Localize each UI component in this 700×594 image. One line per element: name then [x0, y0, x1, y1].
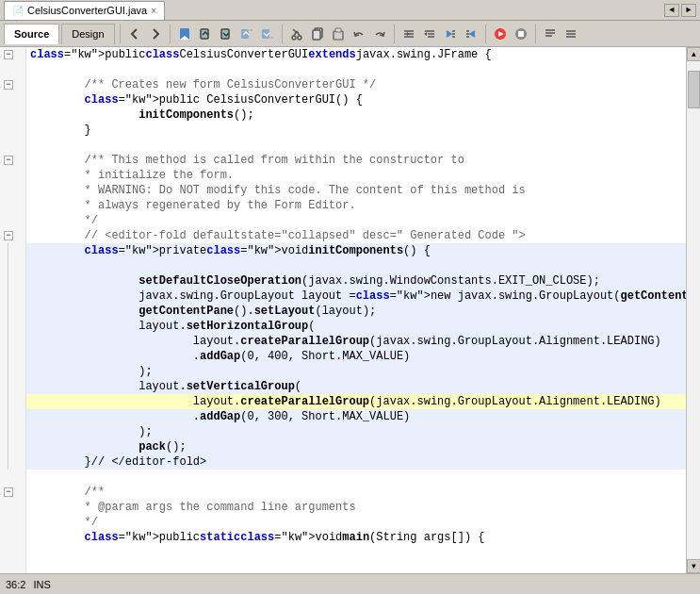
prev-bookmark-btn[interactable]: [196, 25, 215, 43]
fold-line-indicator: [8, 243, 8, 258]
code-line: [26, 470, 686, 485]
gutter-line: [0, 530, 25, 545]
gutter-line: [0, 273, 25, 289]
gutter-line: [0, 470, 25, 485]
gutter-line: [0, 198, 25, 213]
tab-design[interactable]: Design: [61, 24, 114, 44]
gutter-line: −: [0, 77, 25, 92]
tab-source[interactable]: Source: [4, 24, 59, 44]
fold-toggle[interactable]: −: [4, 80, 13, 90]
fold-toggle[interactable]: −: [4, 231, 13, 240]
fold-line-indicator: [8, 349, 8, 364]
gutter-line: [0, 349, 25, 364]
toolbar-separator-2: [170, 25, 171, 43]
toolbar-separator-6: [535, 25, 536, 43]
gutter-line: [0, 454, 25, 470]
gutter-line: [0, 62, 25, 77]
gutter-line: [0, 243, 25, 258]
code-line: layout.createParallelGroup(javax.swing.G…: [26, 394, 686, 409]
forward-btn[interactable]: [146, 25, 165, 43]
next-bookmark-btn[interactable]: [217, 25, 236, 43]
comment-btn[interactable]: [562, 25, 580, 43]
code-line: * initialize the form.: [26, 168, 686, 183]
toolbar-separator-1: [120, 25, 121, 43]
gutter-line: [0, 334, 25, 349]
fold-toggle[interactable]: −: [4, 487, 13, 497]
code-line: .addGap(0, 400, Short.MAX_VALUE): [26, 349, 686, 364]
shift-left-btn[interactable]: [462, 25, 480, 43]
vertical-scrollbar[interactable]: ▲ ▼: [686, 47, 700, 573]
prev-bookmark2-btn[interactable]: [237, 25, 256, 43]
gutter-line: [0, 379, 25, 394]
scrollbar-thumb[interactable]: [688, 71, 700, 108]
fold-line-indicator: [8, 334, 8, 349]
gutter-line: [0, 364, 25, 379]
code-line: // <editor-fold defaultstate="collapsed"…: [26, 228, 686, 243]
code-line: */: [26, 515, 686, 530]
title-bar: 📄 CelsiusConverterGUI.java × ◄ ►: [0, 0, 700, 21]
run-btn[interactable]: [491, 25, 510, 43]
fold-line-indicator: [8, 289, 8, 304]
fold-line-indicator: [8, 454, 8, 470]
file-tab[interactable]: 📄 CelsiusConverterGUI.java ×: [4, 1, 165, 20]
code-line: * @param args the command line arguments: [26, 500, 686, 515]
next-bookmark2-btn: [258, 25, 277, 43]
code-line: layout.setHorizontalGroup(: [26, 319, 686, 334]
code-line: [26, 258, 686, 273]
tab-filename: CelsiusConverterGUI.java: [27, 5, 147, 16]
format-btn[interactable]: [541, 25, 560, 43]
code-editor[interactable]: class="kw">public class CelsiusConverter…: [26, 47, 686, 573]
code-line: layout.createParallelGroup(javax.swing.G…: [26, 334, 686, 349]
code-line: );: [26, 364, 686, 379]
close-tab-btn[interactable]: ×: [151, 6, 156, 16]
copy-btn[interactable]: [308, 25, 327, 43]
code-line: }// </editor-fold>: [26, 454, 686, 470]
code-line: javax.swing.GroupLayout layout = class="…: [26, 289, 686, 304]
paste-btn[interactable]: [329, 25, 348, 43]
gutter-line: [0, 289, 25, 304]
gutter-line: −: [0, 153, 25, 168]
shift-right-btn[interactable]: [441, 25, 460, 43]
code-line: * always regenerated by the Form Editor.: [26, 198, 686, 213]
gutter-line: [0, 123, 25, 138]
scrollbar-track[interactable]: [687, 61, 700, 559]
gutter-line: [0, 515, 25, 530]
scrollbar-down-btn[interactable]: ▼: [687, 559, 700, 573]
toolbar-separator-3: [282, 25, 283, 43]
undo-btn[interactable]: [350, 25, 368, 43]
gutter-line: [0, 424, 25, 439]
code-line: * WARNING: Do NOT modify this code. The …: [26, 183, 686, 198]
code-line: class="kw">public CelsiusConverterGUI() …: [26, 92, 686, 107]
gutter-line: [0, 213, 25, 228]
nav-forward-btn[interactable]: ►: [681, 4, 696, 17]
fold-line-indicator: [8, 319, 8, 334]
gutter-line: [0, 107, 25, 123]
status-bar: 36:2 INS: [0, 573, 700, 594]
toolbar-separator-5: [485, 25, 486, 43]
indent-btn[interactable]: [399, 25, 418, 43]
redo-btn[interactable]: [370, 25, 389, 43]
fold-line-indicator: [8, 364, 8, 379]
fold-toggle[interactable]: −: [4, 156, 13, 165]
nav-back-btn[interactable]: ◄: [664, 4, 679, 17]
editor-container: −−−−− class="kw">public class CelsiusCon…: [0, 47, 700, 573]
window-nav: ◄ ►: [664, 4, 696, 17]
code-line: layout.setVerticalGroup(: [26, 379, 686, 394]
file-icon: 📄: [12, 6, 24, 16]
gutter-line: [0, 92, 25, 107]
toggle-bookmarks-btn[interactable]: [175, 25, 194, 43]
code-line: setDefaultCloseOperation(javax.swing.Win…: [26, 273, 686, 289]
svg-point-8: [292, 36, 296, 40]
gutter-line: −: [0, 485, 25, 500]
cut-btn[interactable]: [287, 25, 306, 43]
code-line: [26, 138, 686, 153]
fold-toggle[interactable]: −: [4, 50, 13, 59]
code-line: class="kw">public class CelsiusConverter…: [26, 47, 686, 62]
scrollbar-up-btn[interactable]: ▲: [687, 47, 700, 61]
fold-line-indicator: [8, 258, 8, 273]
fold-line-indicator: [8, 394, 8, 409]
stop-btn[interactable]: [512, 25, 530, 43]
code-line: */: [26, 213, 686, 228]
outdent-btn[interactable]: [420, 25, 439, 43]
back-btn[interactable]: [125, 25, 144, 43]
